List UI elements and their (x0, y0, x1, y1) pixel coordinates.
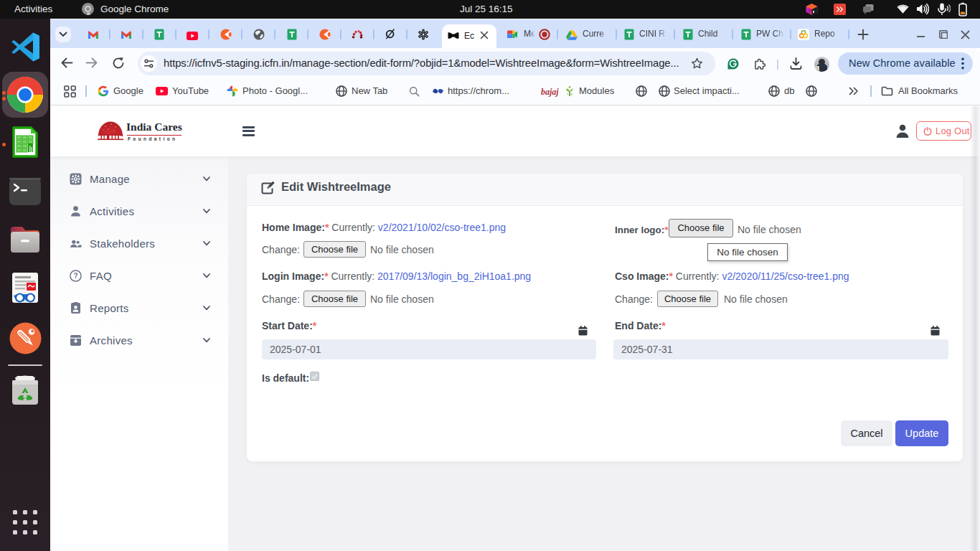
svg-text:?: ? (73, 272, 77, 280)
